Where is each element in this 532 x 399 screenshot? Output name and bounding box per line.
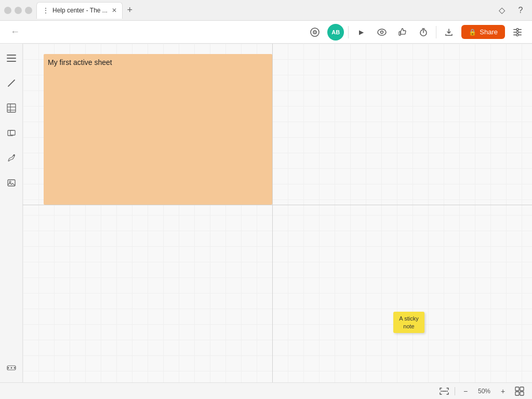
title-bar: ⋮ Help center - The ... ✕ + ◇ ? [0, 0, 532, 21]
svg-line-19 [8, 80, 15, 86]
svg-rect-25 [10, 130, 15, 135]
share-button[interactable]: 🔒 Share [461, 25, 505, 39]
svg-rect-7 [513, 29, 516, 30]
sidebar-more-icon[interactable] [3, 360, 20, 376]
svg-rect-20 [7, 104, 16, 112]
main-area: My first active sheet A sticky note [0, 44, 532, 382]
fit-to-screen-icon[interactable] [438, 385, 450, 397]
svg-rect-39 [520, 392, 524, 395]
svg-point-15 [516, 34, 518, 36]
svg-point-28 [9, 181, 11, 183]
svg-rect-18 [7, 61, 16, 62]
canvas-area[interactable]: My first active sheet A sticky note [23, 44, 532, 382]
vertical-divider [272, 44, 273, 382]
title-bar-right: ◇ ? [495, 3, 528, 18]
svg-rect-13 [513, 34, 516, 35]
svg-point-30 [10, 367, 12, 369]
sidebar-image-icon[interactable] [3, 175, 20, 191]
share-label: Share [480, 28, 498, 36]
thumbs-up-button[interactable] [394, 24, 411, 41]
lock-icon: 🔒 [469, 29, 476, 36]
svg-point-4 [381, 31, 383, 33]
svg-rect-38 [515, 392, 519, 395]
svg-point-31 [14, 367, 15, 369]
svg-point-12 [516, 31, 518, 33]
separator-2 [436, 26, 436, 38]
svg-rect-37 [520, 387, 524, 391]
sidebar-draw-icon[interactable] [3, 150, 20, 166]
sidebar-table-icon[interactable] [3, 100, 20, 116]
export-button[interactable] [441, 24, 457, 41]
svg-point-29 [7, 367, 9, 369]
target-icon[interactable] [307, 24, 323, 41]
bottom-separator [455, 387, 455, 395]
tab-bar: ⋮ Help center - The ... ✕ + [36, 2, 490, 19]
active-sheet[interactable]: My first active sheet [44, 54, 272, 205]
svg-rect-14 [518, 34, 522, 35]
diamond-icon[interactable]: ◇ [495, 3, 509, 18]
window-control-min[interactable] [15, 7, 22, 14]
zoom-out-button[interactable]: − [459, 385, 472, 397]
tab-menu-icon: ⋮ [42, 6, 49, 15]
play-button[interactable]: ▶ [353, 24, 369, 41]
window-control-close[interactable] [4, 7, 11, 14]
sidebar-shape-icon[interactable] [3, 125, 20, 141]
grid-view-icon[interactable] [513, 385, 526, 397]
timer-button[interactable] [415, 24, 432, 41]
svg-rect-27 [8, 180, 15, 186]
separator-1 [348, 26, 349, 38]
settings-icon[interactable] [509, 24, 526, 41]
bottom-bar: − 50% + [0, 382, 532, 399]
svg-rect-5 [399, 32, 401, 35]
sidebar-line-icon[interactable] [3, 75, 20, 91]
zoom-level-label: 50% [476, 388, 493, 395]
window-controls [4, 7, 32, 14]
svg-rect-10 [513, 32, 516, 33]
svg-rect-17 [7, 58, 16, 59]
back-button[interactable]: ← [6, 24, 24, 39]
svg-point-9 [516, 28, 518, 30]
sticky-note[interactable]: A sticky note [393, 312, 424, 333]
window-control-max[interactable] [25, 7, 32, 14]
svg-rect-36 [515, 387, 519, 391]
sticky-note-text: A sticky note [399, 315, 418, 329]
tab-title: Help center - The ... [52, 7, 108, 14]
help-icon[interactable]: ? [513, 3, 528, 18]
svg-rect-11 [518, 32, 522, 33]
eye-button[interactable] [374, 24, 390, 41]
svg-rect-16 [7, 55, 16, 56]
svg-point-26 [13, 155, 15, 156]
new-tab-button[interactable]: + [123, 3, 137, 18]
toolbar: ← AB ▶ 🔒 [0, 21, 532, 44]
svg-rect-8 [518, 29, 522, 30]
sidebar-menu-icon[interactable] [3, 50, 20, 66]
user-avatar[interactable]: AB [327, 24, 344, 41]
left-sidebar [0, 44, 23, 382]
active-sheet-label: My first active sheet [48, 58, 112, 66]
svg-point-2 [314, 32, 315, 33]
horizontal-divider [23, 205, 532, 205]
tab-close-button[interactable]: ✕ [112, 7, 117, 14]
active-tab[interactable]: ⋮ Help center - The ... ✕ [36, 2, 123, 19]
svg-point-3 [378, 29, 386, 35]
zoom-in-button[interactable]: + [497, 385, 509, 397]
